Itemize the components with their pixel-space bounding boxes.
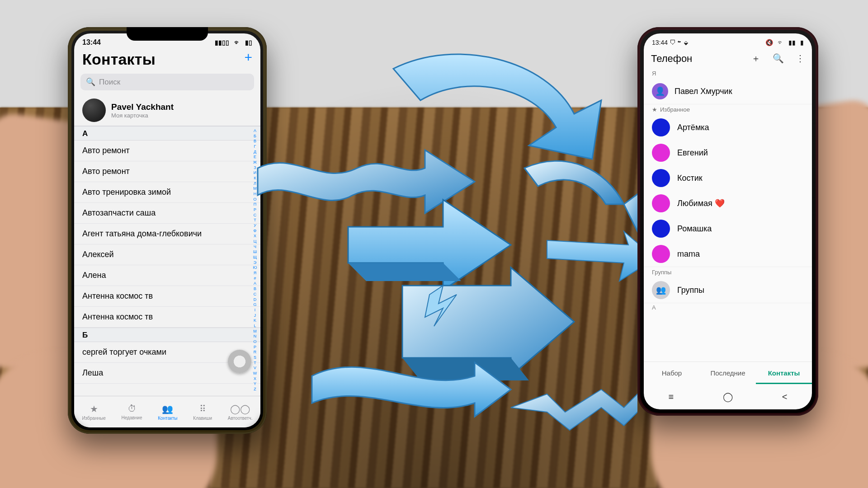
contact-avatar: [652, 194, 670, 212]
favorite-row[interactable]: Костик: [644, 165, 812, 191]
index-letter[interactable]: Б: [254, 134, 256, 138]
index-letter[interactable]: З: [254, 165, 256, 170]
index-letter[interactable]: Ж: [253, 160, 257, 164]
add-contact-button[interactable]: +: [244, 51, 252, 64]
index-letter[interactable]: O: [253, 339, 256, 344]
my-card-row[interactable]: Pavel Yackhant Моя карточка: [74, 95, 260, 126]
index-letter[interactable]: N: [254, 334, 257, 338]
index-letter[interactable]: Л: [254, 181, 256, 186]
index-letter[interactable]: X: [254, 376, 256, 381]
contact-row[interactable]: Автозапчасти саша: [74, 203, 260, 224]
index-letter[interactable]: Z: [254, 387, 256, 391]
index-letter[interactable]: П: [254, 202, 256, 206]
tab-Набор[interactable]: Набор: [644, 362, 700, 384]
index-letter[interactable]: M: [253, 329, 257, 333]
contact-row[interactable]: Агент татьяна дома-глебковичи: [74, 224, 260, 244]
tab-Контакты[interactable]: 👥Контакты: [158, 404, 177, 421]
favorites-header: ★ Избранное: [644, 104, 812, 115]
assistive-touch-button[interactable]: [228, 350, 251, 373]
index-letter[interactable]: Щ: [253, 255, 257, 259]
index-letter[interactable]: J: [254, 313, 256, 318]
index-letter[interactable]: #: [254, 276, 256, 281]
alphabet-index[interactable]: АБВГДЕЖЗИКЛМНОПРСТУФХЦЧШЩЭЮЯ#ABCDGIJKLMN…: [251, 128, 259, 391]
index-letter[interactable]: A: [254, 281, 256, 286]
status-time: 13:44: [82, 38, 101, 47]
index-letter[interactable]: С: [254, 213, 257, 217]
contact-row[interactable]: Авто тренировка зимой: [74, 182, 260, 203]
contact-row[interactable]: Антенна космос тв: [74, 307, 260, 328]
index-letter[interactable]: K: [254, 318, 256, 323]
add-button[interactable]: ＋: [751, 53, 760, 63]
index-letter[interactable]: Х: [254, 234, 256, 238]
contacts-list[interactable]: ААвто ремонтАвто ремонтАвто тренировка з…: [74, 126, 260, 384]
index-letter[interactable]: W: [253, 371, 257, 375]
index-letter[interactable]: Ю: [253, 265, 257, 270]
contact-row[interactable]: Авто ремонт: [74, 141, 260, 161]
more-button[interactable]: ⋮: [796, 53, 805, 63]
favorite-row[interactable]: Ромашка: [644, 216, 812, 241]
index-letter[interactable]: Э: [254, 260, 256, 265]
index-letter[interactable]: G: [253, 302, 256, 307]
index-letter[interactable]: B: [254, 286, 256, 291]
tab-label: Контакты: [158, 416, 177, 421]
favorite-row[interactable]: mama: [644, 241, 812, 267]
index-letter[interactable]: I: [255, 308, 256, 312]
index-letter[interactable]: Д: [254, 150, 256, 154]
contact-name: Артёмка: [677, 123, 709, 132]
index-letter[interactable]: Я: [254, 271, 257, 275]
index-letter[interactable]: S: [254, 355, 256, 360]
tab-Контакты[interactable]: Контакты: [756, 362, 812, 384]
tab-Недавние[interactable]: ⏱Недавние: [122, 404, 142, 420]
recents-button[interactable]: ≡: [668, 392, 674, 402]
tab-Избранные[interactable]: ★Избранные: [82, 404, 105, 421]
index-letter[interactable]: Ш: [253, 249, 257, 254]
back-button[interactable]: <: [782, 392, 788, 402]
index-letter[interactable]: Г: [254, 144, 256, 149]
favorite-row[interactable]: Евгений: [644, 140, 812, 165]
index-letter[interactable]: О: [253, 197, 256, 202]
groups-row[interactable]: 👥 Группы: [644, 277, 812, 303]
contact-row[interactable]: Авто ремонт: [74, 161, 260, 182]
index-letter[interactable]: А: [254, 128, 256, 133]
tab-Автоответч.[interactable]: ◯◯Автоответч.: [228, 404, 253, 421]
contact-name: Евгений: [677, 148, 708, 158]
tab-Клавиши[interactable]: ⠿Клавиши: [193, 404, 212, 421]
index-letter[interactable]: T: [254, 361, 256, 365]
index-letter[interactable]: Ч: [254, 244, 256, 249]
contact-row[interactable]: Алексей: [74, 244, 260, 265]
contact-name: Любимая ❤️: [677, 198, 725, 208]
index-letter[interactable]: D: [254, 297, 257, 302]
search-button[interactable]: 🔍: [773, 53, 784, 63]
index-letter[interactable]: Ц: [254, 239, 257, 244]
index-letter[interactable]: Y: [254, 381, 256, 386]
index-letter[interactable]: М: [253, 186, 257, 191]
avatar-icon: 👤: [652, 83, 668, 99]
index-letter[interactable]: Е: [254, 155, 256, 159]
contact-row[interactable]: Алена: [74, 265, 260, 286]
index-letter[interactable]: Т: [254, 218, 256, 222]
index-letter[interactable]: L: [254, 324, 256, 328]
favorite-row[interactable]: Любимая ❤️: [644, 191, 812, 216]
contact-name: mama: [677, 249, 700, 259]
index-letter[interactable]: К: [254, 176, 256, 180]
search-input[interactable]: 🔍 Поиск: [80, 74, 254, 90]
index-letter[interactable]: P: [254, 345, 256, 349]
index-letter[interactable]: Ф: [254, 229, 257, 233]
index-letter[interactable]: У: [254, 223, 256, 228]
index-letter[interactable]: Н: [254, 192, 257, 196]
index-letter[interactable]: C: [254, 292, 257, 296]
bottom-tab-bar: ★Избранные⏱Недавние👥Контакты⠿Клавиши◯◯Ав…: [74, 396, 260, 427]
my-profile-row[interactable]: 👤 Павел Хмурчик: [644, 79, 812, 104]
page-title: Контакты: [82, 51, 156, 68]
status-icons: ▮▮▯▯ ᯤ ▮▯: [212, 38, 252, 47]
index-letter[interactable]: R: [254, 350, 257, 354]
index-letter[interactable]: V: [254, 366, 256, 370]
home-button[interactable]: ◯: [723, 391, 733, 402]
groups-section-label: Группы: [644, 267, 812, 277]
favorite-row[interactable]: Артёмка: [644, 115, 812, 140]
index-letter[interactable]: В: [254, 139, 256, 143]
contact-row[interactable]: Антенна космос тв: [74, 286, 260, 307]
index-letter[interactable]: И: [254, 170, 256, 175]
index-letter[interactable]: Р: [254, 207, 256, 212]
tab-Последние[interactable]: Последние: [700, 362, 756, 384]
